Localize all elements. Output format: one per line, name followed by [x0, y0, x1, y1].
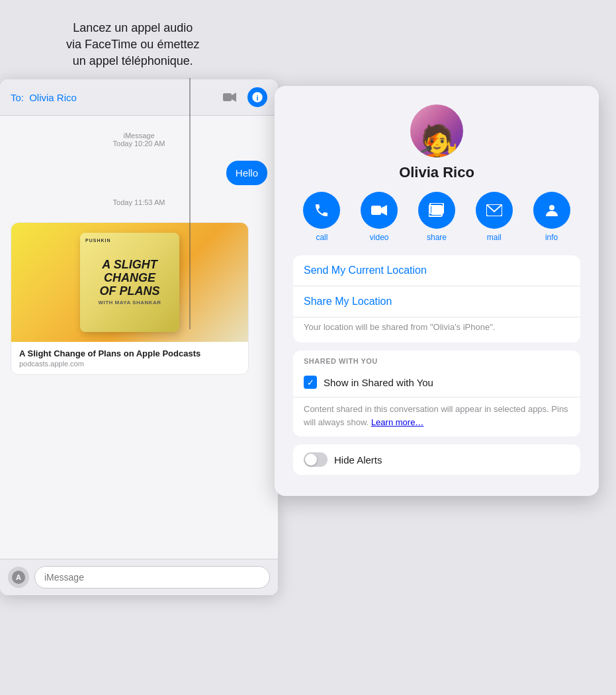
- video-button-wrap[interactable]: video: [361, 192, 398, 242]
- timestamp-1: iMessage Today 10:20 AM: [11, 132, 267, 147]
- share-location-item[interactable]: Share My Location: [293, 286, 580, 317]
- to-contact[interactable]: Olivia Rico: [29, 92, 77, 103]
- show-shared-label: Show in Shared with You: [324, 377, 433, 388]
- svg-rect-6: [371, 206, 381, 215]
- shared-with-you-header: SHARED WITH YOU: [293, 350, 580, 368]
- podcast-cover: Pushkin A SLIGHTCHANGEOF PLANS with Maya…: [80, 233, 179, 332]
- share-button[interactable]: [418, 192, 455, 229]
- podcast-brand: Pushkin: [85, 238, 111, 243]
- share-location-label[interactable]: Share My Location: [304, 296, 570, 307]
- location-note-item: Your location will be shared from "Olivi…: [293, 317, 580, 343]
- avatar-emoji: 🧑‍🎤: [416, 126, 459, 157]
- callout-line3: un appel téléphonique.: [73, 54, 193, 67]
- podcast-title: A SLIGHTCHANGEOF PLANS with Maya Shankar: [98, 259, 161, 306]
- contact-name: Olivia Rico: [399, 164, 474, 181]
- svg-text:A: A: [16, 573, 21, 581]
- messages-header: To: Olivia Rico i: [0, 79, 278, 116]
- timestamp-2: Today 11:53 AM: [11, 198, 267, 206]
- mail-label: mail: [487, 233, 502, 242]
- avatar-section: 🧑‍🎤 Olivia Rico: [293, 104, 580, 181]
- svg-rect-0: [223, 93, 232, 101]
- show-shared-item[interactable]: ✓ Show in Shared with You: [293, 368, 580, 397]
- message-input[interactable]: [34, 566, 270, 589]
- header-icons: i: [220, 87, 267, 107]
- location-note: Your location will be shared from "Olivi…: [304, 321, 570, 333]
- messages-to: To: Olivia Rico: [11, 92, 77, 103]
- svg-marker-7: [381, 205, 387, 216]
- callout-line2: via FaceTime ou émettez: [66, 38, 199, 51]
- message-bubble: Hello: [226, 161, 267, 185]
- share-button-wrap[interactable]: share: [418, 192, 455, 242]
- send-location-item[interactable]: Send My Current Location: [293, 255, 580, 286]
- link-preview-url: podcasts.apple.com: [19, 360, 240, 368]
- message-bubble-row: Hello: [11, 161, 267, 185]
- info-btn-wrap[interactable]: info: [533, 192, 570, 242]
- callout-line: [189, 78, 191, 329]
- video-call-button[interactable]: [220, 87, 240, 107]
- location-section: Send My Current Location Share My Locati…: [293, 255, 580, 343]
- svg-marker-1: [232, 93, 236, 102]
- send-location-label[interactable]: Send My Current Location: [304, 265, 570, 276]
- link-preview-info: A Slight Change of Plans on Apple Podcas…: [11, 342, 248, 374]
- messages-body: iMessage Today 10:20 AM Hello Today 11:5…: [0, 116, 278, 386]
- video-button[interactable]: [361, 192, 398, 229]
- hide-alerts-toggle[interactable]: [304, 452, 328, 467]
- messages-window: To: Olivia Rico i iMessage Today 10:20 A…: [0, 79, 278, 595]
- learn-more-link[interactable]: Learn more…: [371, 417, 423, 427]
- avatar: 🧑‍🎤: [410, 104, 463, 157]
- mail-button[interactable]: [476, 192, 513, 229]
- callout-text: Lancez un appel audio via FaceTime ou ém…: [66, 20, 199, 70]
- hide-alerts-section: Hide Alerts: [293, 444, 580, 475]
- call-label: call: [316, 233, 328, 242]
- share-label: share: [427, 233, 447, 242]
- info-panel: 🧑‍🎤 Olivia Rico call: [275, 86, 599, 496]
- hide-alerts-label: Hide Alerts: [334, 454, 382, 466]
- hide-alerts-item[interactable]: Hide Alerts: [293, 444, 580, 475]
- info-contact-button[interactable]: [533, 192, 570, 229]
- link-preview-title: A Slight Change of Plans on Apple Podcas…: [19, 348, 240, 358]
- svg-text:i: i: [256, 94, 258, 102]
- info-button[interactable]: i: [247, 87, 267, 107]
- shared-desc: Content shared in this conversation will…: [293, 397, 580, 436]
- call-button-wrap[interactable]: call: [303, 192, 340, 242]
- show-shared-checkbox[interactable]: ✓: [304, 376, 317, 389]
- app-store-button[interactable]: A: [8, 567, 29, 588]
- link-preview-image: Pushkin A SLIGHTCHANGEOF PLANS with Maya…: [11, 223, 248, 342]
- video-label: video: [370, 233, 389, 242]
- call-button[interactable]: [303, 192, 340, 229]
- svg-rect-10: [431, 206, 442, 215]
- info-panel-content: 🧑‍🎤 Olivia Rico call: [275, 86, 599, 496]
- action-buttons: call video: [293, 192, 580, 242]
- link-preview-card[interactable]: Pushkin A SLIGHTCHANGEOF PLANS with Maya…: [11, 222, 249, 375]
- mail-button-wrap[interactable]: mail: [476, 192, 513, 242]
- info-label: info: [545, 233, 558, 242]
- svg-point-12: [549, 205, 554, 210]
- to-label: To:: [11, 92, 24, 103]
- callout-line1: Lancez un appel audio: [73, 21, 193, 34]
- shared-with-you-section: SHARED WITH YOU ✓ Show in Shared with Yo…: [293, 350, 580, 436]
- message-input-row: A: [0, 559, 278, 595]
